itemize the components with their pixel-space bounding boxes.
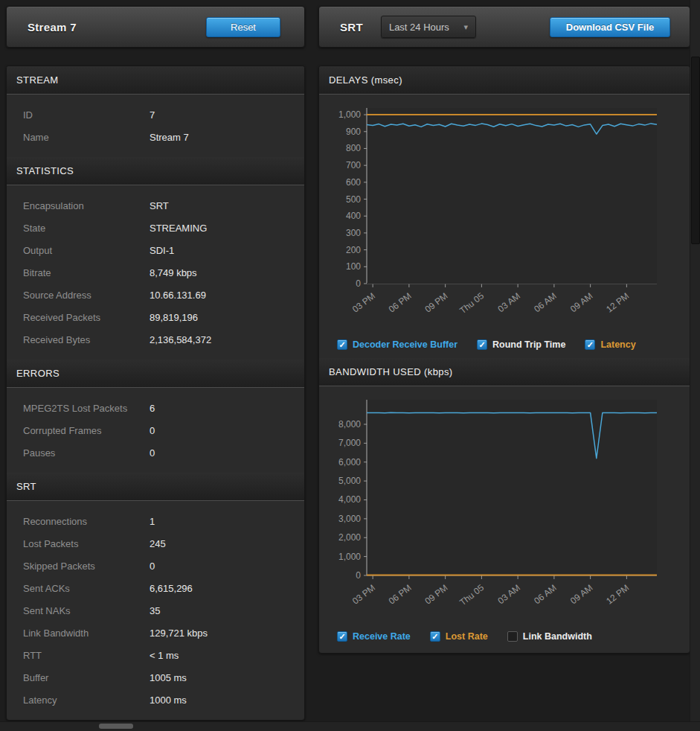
row-value: 35	[150, 605, 160, 616]
detail-row: State STREAMING	[7, 217, 304, 239]
svg-text:03 PM: 03 PM	[350, 290, 377, 314]
detail-row: RTT < 1 ms	[7, 644, 304, 666]
legend-label: Receive Rate	[353, 631, 411, 642]
row-value: 1000 ms	[150, 695, 187, 706]
chart-svg: 01,0002,0003,0004,0005,0006,0007,0008,00…	[319, 386, 669, 625]
vertical-scrollbar-thumb[interactable]	[691, 57, 700, 244]
svg-text:8,000: 8,000	[338, 419, 361, 430]
svg-text:0: 0	[356, 570, 361, 581]
svg-text:900: 900	[346, 127, 361, 137]
horizontal-scrollbar-thumb[interactable]	[99, 724, 133, 729]
svg-text:800: 800	[346, 143, 361, 153]
row-label: MPEG2TS Lost Packets	[23, 403, 150, 414]
section-title-stream: STREAM	[7, 66, 304, 95]
row-label: Pauses	[23, 447, 150, 459]
detail-row: Sent ACKs 6,615,296	[7, 577, 304, 599]
checked-checkbox-icon[interactable]: ✓	[337, 339, 347, 350]
charts-panel: DELAYS (msec) 01002003004005006007008009…	[318, 66, 690, 654]
stream-details-panel: STREAM ID 7 Name Stream 7 STATISTICS Enc…	[6, 66, 305, 721]
svg-text:7,000: 7,000	[338, 438, 361, 448]
svg-text:12 PM: 12 PM	[604, 582, 631, 606]
checked-checkbox-icon[interactable]: ✓	[430, 631, 440, 642]
row-value: 0	[150, 561, 155, 572]
detail-row: Sent NAKs 35	[7, 599, 304, 622]
svg-text:6,000: 6,000	[338, 457, 361, 467]
errors-rows: MPEG2TS Lost Packets 6 Corrupted Frames …	[7, 388, 304, 473]
row-value: 2,136,584,372	[150, 334, 211, 345]
row-value: STREAMING	[150, 223, 207, 234]
row-label: Latency	[23, 695, 150, 706]
row-value: 1	[150, 516, 155, 527]
svg-text:03 PM: 03 PM	[350, 582, 377, 606]
row-value: 89,819,196	[150, 312, 198, 323]
svg-text:09 AM: 09 AM	[568, 290, 594, 314]
section-title-delays: DELAYS (msec)	[319, 66, 690, 95]
row-value: SRT	[150, 200, 169, 211]
svg-text:2,000: 2,000	[338, 532, 361, 543]
svg-text:500: 500	[346, 194, 361, 205]
svg-text:1,000: 1,000	[338, 552, 361, 562]
delays-chart: 01002003004005006007008009001,00003 PM06…	[319, 95, 690, 336]
svg-text:Thu 05: Thu 05	[457, 582, 486, 607]
legend-label: Round Trip Time	[492, 339, 565, 350]
checked-checkbox-icon[interactable]: ✓	[337, 631, 347, 642]
row-value: 6,615,296	[150, 583, 193, 594]
svg-text:12 PM: 12 PM	[604, 290, 631, 314]
detail-row: Reconnections 1	[7, 510, 304, 532]
row-label: Output	[23, 245, 150, 256]
time-range-value: Last 24 Hours	[389, 22, 449, 33]
row-label: Source Address	[23, 290, 150, 301]
detail-row: Received Bytes 2,136,584,372	[7, 328, 304, 351]
svg-text:400: 400	[346, 211, 361, 221]
checked-checkbox-icon[interactable]: ✓	[477, 339, 487, 350]
row-value: < 1 ms	[150, 650, 179, 661]
detail-row: Buffer 1005 ms	[7, 666, 304, 689]
row-value: 129,721 kbps	[150, 628, 208, 639]
svg-text:Thu 05: Thu 05	[457, 290, 486, 316]
detail-row: Name Stream 7	[7, 126, 304, 148]
row-label: State	[23, 223, 150, 234]
svg-text:100: 100	[346, 261, 361, 272]
svg-text:1,000: 1,000	[338, 109, 361, 120]
stream-title: Stream 7	[28, 21, 77, 33]
legend-item-decoder-receive-buffer[interactable]: ✓Decoder Receive Buffer	[337, 339, 457, 350]
legend-item-lost-rate[interactable]: ✓Lost Rate	[430, 631, 488, 642]
time-range-dropdown[interactable]: Last 24 Hours ▾	[381, 16, 476, 38]
svg-text:200: 200	[346, 245, 361, 255]
row-label: RTT	[23, 650, 150, 661]
legend-label: Decoder Receive Buffer	[353, 339, 457, 350]
reset-button[interactable]: Reset	[206, 17, 280, 37]
bandwidth-legend: ✓Receive Rate✓Lost RateLink Bandwidth	[319, 628, 690, 650]
detail-row: ID 7	[7, 103, 304, 126]
bandwidth-chart: 01,0002,0003,0004,0005,0006,0007,0008,00…	[319, 386, 690, 628]
srt-header-bar: SRT Last 24 Hours ▾ Download CSV File	[318, 6, 690, 48]
section-title-errors: ERRORS	[7, 360, 304, 388]
legend-item-latency[interactable]: ✓Latency	[585, 339, 635, 350]
vertical-scrollbar[interactable]	[690, 0, 700, 731]
statistics-rows: Encapsulation SRT State STREAMING Output…	[7, 185, 304, 360]
checked-checkbox-icon[interactable]: ✓	[585, 339, 595, 350]
horizontal-scrollbar[interactable]	[0, 721, 700, 731]
srt-title: SRT	[340, 21, 363, 33]
detail-row: Received Packets 89,819,196	[7, 306, 304, 328]
row-value: 1005 ms	[150, 672, 187, 683]
row-label: ID	[23, 109, 150, 121]
row-label: Link Bandwidth	[23, 628, 150, 639]
legend-item-receive-rate[interactable]: ✓Receive Rate	[337, 631, 411, 642]
legend-label: Lost Rate	[446, 631, 488, 642]
svg-text:06 AM: 06 AM	[532, 582, 558, 606]
legend-item-round-trip-time[interactable]: ✓Round Trip Time	[477, 339, 565, 350]
stream-header-bar: Stream 7 Reset	[6, 6, 305, 48]
row-label: Buffer	[23, 672, 150, 683]
detail-row: Source Address 10.66.131.69	[7, 284, 304, 306]
svg-text:09 PM: 09 PM	[423, 582, 450, 606]
detail-row: Corrupted Frames 0	[7, 419, 304, 441]
svg-text:0: 0	[356, 278, 361, 289]
chevron-down-icon: ▾	[463, 22, 468, 32]
unchecked-checkbox-icon[interactable]	[507, 631, 518, 642]
download-csv-button[interactable]: Download CSV File	[550, 17, 670, 37]
row-label: Received Packets	[23, 312, 150, 323]
section-title-srt: SRT	[7, 473, 304, 501]
detail-row: Output SDI-1	[7, 239, 304, 261]
legend-item-link-bandwidth[interactable]: Link Bandwidth	[507, 631, 592, 642]
